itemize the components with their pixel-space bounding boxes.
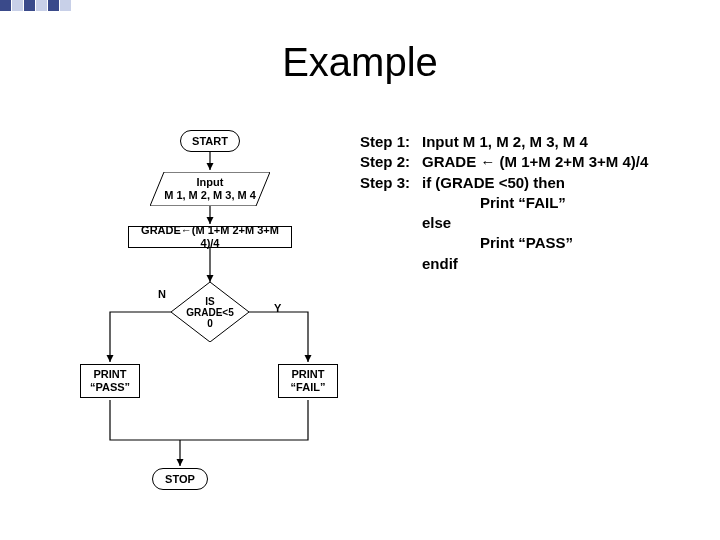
- accent-square: [60, 0, 71, 11]
- decision-yes-label: Y: [274, 302, 281, 314]
- step-text: Input M 1, M 2, M 3, M 4: [422, 132, 588, 152]
- decision-no-label: N: [158, 288, 166, 300]
- step-text: if (GRADE <50) then: [422, 173, 565, 193]
- pseudo-line: Step 2: GRADE ← (M 1+M 2+M 3+M 4)/4: [360, 152, 700, 172]
- accent-square: [48, 0, 59, 11]
- pseudo-line: Step 1: Input M 1, M 2, M 3, M 4: [360, 132, 700, 152]
- pseudo-line: Step 3: if (GRADE <50) then: [360, 173, 700, 193]
- slide-accent-bar: [0, 0, 90, 16]
- flow-process: GRADE←(M 1+M 2+M 3+M 4)/4: [128, 226, 292, 248]
- step-label: Step 2:: [360, 152, 422, 172]
- flow-input: Input M 1, M 2, M 3, M 4: [150, 172, 270, 206]
- accent-square: [36, 0, 47, 11]
- pseudo-line: Print “FAIL”: [360, 193, 700, 213]
- accent-square: [12, 0, 23, 11]
- flow-decision-text: IS GRADE<5 0: [171, 282, 249, 342]
- step-label: Step 3:: [360, 173, 422, 193]
- pseudo-line: endif: [360, 254, 700, 274]
- accent-square: [24, 0, 35, 11]
- accent-square: [0, 0, 11, 11]
- flow-print-pass: PRINT “PASS”: [80, 364, 140, 398]
- flow-start: START: [180, 130, 240, 152]
- flow-decision: IS GRADE<5 0: [171, 282, 249, 342]
- pseudo-line: Print “PASS”: [360, 233, 700, 253]
- slide-title: Example: [0, 40, 720, 85]
- pseudo-line: else: [360, 213, 700, 233]
- flowchart: START Input M 1, M 2, M 3, M 4 GRADE←(M …: [80, 130, 340, 530]
- step-label: Step 1:: [360, 132, 422, 152]
- flow-print-fail: PRINT “FAIL”: [278, 364, 338, 398]
- flow-input-text: Input M 1, M 2, M 3, M 4: [150, 172, 270, 206]
- flow-stop: STOP: [152, 468, 208, 490]
- pseudocode: Step 1: Input M 1, M 2, M 3, M 4 Step 2:…: [360, 132, 700, 274]
- step-text: GRADE ← (M 1+M 2+M 3+M 4)/4: [422, 152, 648, 172]
